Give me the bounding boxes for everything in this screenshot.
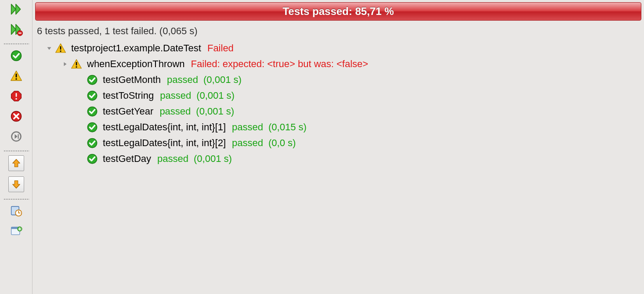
- suite-status: Failed: [207, 43, 234, 54]
- expand-toggle-icon[interactable]: [44, 45, 54, 51]
- test-time: (0,001 s): [194, 153, 232, 165]
- check-icon: [86, 137, 98, 149]
- summary-line: 6 tests passed, 1 test failed. (0,065 s): [37, 25, 641, 37]
- warning-icon: [70, 58, 83, 70]
- test-status: passed: [159, 106, 191, 117]
- test-status: passed: [157, 153, 188, 165]
- next-button[interactable]: [9, 129, 24, 144]
- test-case-row[interactable]: testLegalDates{int, int, int}[2]passed(0…: [37, 135, 641, 151]
- new-window-button[interactable]: [9, 224, 24, 239]
- test-case-row[interactable]: testGetDaypassed(0,001 s): [37, 151, 641, 167]
- test-case-row[interactable]: testToStringpassed(0,001 s): [37, 88, 641, 104]
- previous-failure-button[interactable]: [8, 155, 24, 171]
- rerun-failed-button[interactable]: [9, 22, 24, 37]
- test-name: testToString: [103, 90, 154, 101]
- test-status: passed: [160, 90, 191, 101]
- filter-passed-button[interactable]: [9, 48, 24, 63]
- test-name: testLegalDates{int, int, int}[1]: [103, 122, 226, 133]
- test-status: passed: [232, 137, 263, 149]
- test-name: whenExceptionThrown: [87, 58, 185, 70]
- history-button[interactable]: [9, 204, 24, 219]
- test-name: testLegalDates{int, int, int}[2]: [103, 137, 226, 149]
- test-suite-row[interactable]: testproject1.example.DateTest Failed: [37, 40, 641, 56]
- filter-errors-button[interactable]: [9, 89, 24, 104]
- test-name: testGetYear: [103, 106, 153, 117]
- toolbar-separator: [4, 43, 29, 45]
- test-time: (0,001 s): [203, 74, 242, 86]
- test-status: Failed: expected: <true> but was: <false…: [191, 58, 369, 70]
- warning-icon: [54, 42, 67, 54]
- check-icon: [86, 90, 98, 102]
- rerun-button[interactable]: [9, 2, 24, 17]
- expand-toggle-icon[interactable]: [60, 61, 70, 67]
- tests-passed-banner: Tests passed: 85,71 %: [35, 2, 641, 21]
- test-name: testGetMonth: [103, 74, 161, 86]
- banner-text: Tests passed: 85,71 %: [282, 5, 394, 18]
- test-time: (0,001 s): [196, 106, 234, 117]
- check-icon: [86, 74, 98, 86]
- test-status: passed: [167, 74, 198, 86]
- check-icon: [86, 121, 98, 133]
- test-status: passed: [232, 122, 263, 133]
- suite-name: testproject1.example.DateTest: [71, 43, 201, 54]
- test-time: (0,001 s): [196, 90, 235, 101]
- test-case-row[interactable]: whenExceptionThrown Failed: expected: <t…: [37, 56, 641, 72]
- test-time: (0,0 s): [268, 137, 296, 149]
- filter-warnings-button[interactable]: [9, 68, 24, 83]
- test-case-row[interactable]: testLegalDates{int, int, int}[1]passed(0…: [37, 119, 641, 135]
- test-time: (0,015 s): [268, 122, 307, 133]
- test-case-row[interactable]: testGetMonthpassed(0,001 s): [37, 72, 641, 88]
- toolbar-separator: [4, 150, 29, 152]
- stop-button[interactable]: [9, 109, 24, 124]
- check-icon: [86, 153, 98, 165]
- toolbar-separator: [4, 198, 29, 200]
- test-case-row[interactable]: testGetYearpassed(0,001 s): [37, 104, 641, 119]
- test-name: testGetDay: [103, 153, 151, 165]
- test-toolbar: [0, 0, 33, 294]
- check-icon: [86, 105, 98, 118]
- next-failure-button[interactable]: [8, 176, 24, 192]
- test-results-content: 6 tests passed, 1 test failed. (0,065 s)…: [33, 22, 644, 294]
